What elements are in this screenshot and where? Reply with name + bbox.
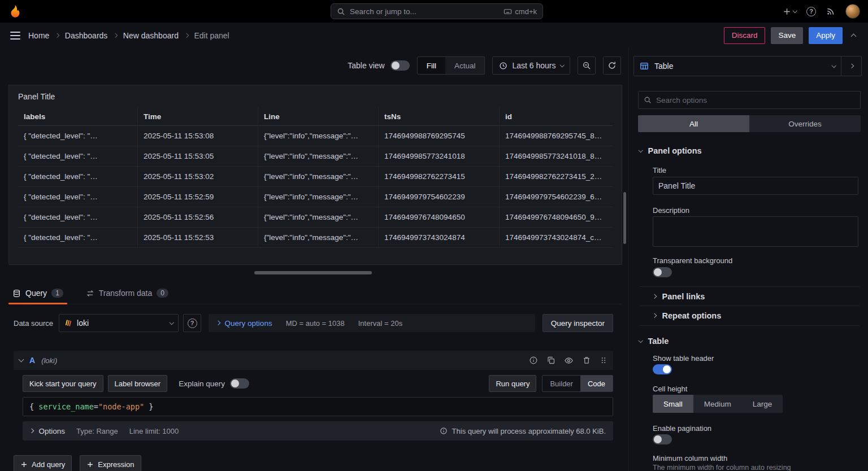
chevron-right-icon — [652, 313, 657, 318]
query-ref-id[interactable]: A — [29, 356, 35, 365]
apply-button[interactable]: Apply — [809, 27, 843, 44]
show-table-header-label: Show table header — [653, 354, 714, 363]
code-operator: = — [94, 402, 98, 411]
menu-icon[interactable] — [9, 29, 21, 42]
table-options-section[interactable]: Table — [639, 337, 669, 346]
filter-tab-overrides[interactable]: Overrides — [749, 115, 861, 132]
duplicate-icon[interactable] — [546, 356, 555, 365]
column-header[interactable]: id — [500, 107, 613, 126]
viz-name: Table — [654, 62, 827, 71]
horizontal-scrollbar[interactable] — [254, 271, 372, 274]
query-options-bar: Query options MD = auto = 1038 Interval … — [209, 314, 535, 332]
help-icon[interactable]: ? — [806, 7, 816, 16]
panel-title-input[interactable] — [653, 177, 858, 195]
panel-links-section[interactable]: Panel links — [640, 286, 860, 306]
explain-query-toggle[interactable]: Explain query — [179, 378, 249, 389]
column-header[interactable]: Time — [138, 107, 258, 126]
trash-icon[interactable] — [582, 356, 591, 365]
discard-button[interactable]: Discard — [724, 27, 766, 44]
avatar[interactable] — [845, 4, 860, 19]
code-string-token: "node-app" — [98, 402, 144, 411]
new-button[interactable] — [783, 7, 797, 16]
zoom-out-button[interactable] — [578, 56, 596, 75]
table-view-label: Table view — [348, 61, 384, 70]
cell-height-medium[interactable]: Medium — [693, 395, 742, 413]
column-header[interactable]: Line — [258, 107, 379, 126]
refresh-button[interactable] — [603, 56, 621, 75]
plus-icon — [783, 7, 791, 16]
query-options-toggle[interactable]: Query options — [216, 319, 272, 328]
transparent-background-switch[interactable] — [653, 267, 672, 277]
viz-suggestions-button[interactable] — [841, 56, 861, 76]
panel-edit-main: Table view Fill Actual Last 6 hours — [0, 48, 628, 471]
add-query-button[interactable]: Add query — [14, 455, 72, 471]
datasource-help-button[interactable]: ? — [183, 314, 201, 332]
builder-option[interactable]: Builder — [542, 376, 580, 391]
collapse-panel-icon[interactable] — [848, 28, 859, 43]
column-header[interactable]: labels — [18, 107, 138, 126]
interval: Interval = 20s — [358, 319, 402, 328]
label-browser-button[interactable]: Label browser — [108, 375, 168, 392]
column-header[interactable]: tsNs — [379, 107, 500, 126]
search-input[interactable]: Search or jump to... cmd+k — [331, 3, 543, 19]
save-button[interactable]: Save — [771, 27, 803, 44]
tab-query[interactable]: Query 1 — [8, 289, 67, 304]
cell-height-large[interactable]: Large — [742, 395, 783, 413]
title-label: Title — [653, 166, 666, 175]
breadcrumb-home[interactable]: Home — [28, 31, 49, 40]
expression-button[interactable]: Expression — [80, 455, 141, 471]
chevron-right-icon — [652, 294, 657, 299]
enable-pagination-switch[interactable] — [653, 434, 672, 444]
panel-title: Panel Title — [18, 92, 613, 101]
show-table-header-switch[interactable] — [653, 364, 672, 374]
clock-icon — [499, 62, 507, 70]
options-search-input[interactable] — [656, 96, 855, 104]
vertical-scrollbar[interactable] — [623, 192, 626, 244]
cell-height-label: Cell height — [653, 385, 687, 393]
viz-picker-button[interactable]: Table — [634, 56, 841, 76]
table-view-toggle[interactable]: Table view — [348, 60, 409, 71]
transform-icon — [86, 289, 94, 298]
query-toolbar-right: Run query Builder Code — [489, 375, 613, 392]
top-actions: ? — [783, 4, 861, 19]
kick-start-button[interactable]: Kick start your query — [23, 375, 103, 392]
tab-transform-data[interactable]: Transform data 0 — [82, 289, 172, 304]
query-row-header[interactable]: A (loki) — [14, 351, 613, 370]
grafana-logo-icon[interactable] — [8, 4, 23, 19]
tsns-cell: 1746949973743024874 — [379, 228, 500, 248]
options-filter-tabs: All Overrides — [638, 115, 861, 132]
code-label-token: service_name — [38, 402, 94, 411]
explain-query-switch[interactable] — [230, 378, 249, 389]
explain-query-label: Explain query — [179, 380, 225, 388]
table-view-switch[interactable] — [390, 60, 410, 71]
breadcrumb-new-dashboard[interactable]: New dashboard — [123, 31, 179, 40]
description-input[interactable] — [653, 216, 858, 247]
fill-option[interactable]: Fill — [418, 57, 445, 74]
eye-icon[interactable] — [564, 356, 574, 365]
query-inspector-button[interactable]: Query inspector — [542, 314, 613, 332]
tab-transform-label: Transform data — [99, 289, 152, 298]
query-code-input[interactable]: { service_name="node-app" } — [23, 397, 613, 416]
line-cell: {"level":"info","message":"… — [258, 167, 379, 187]
breadcrumb-dashboards[interactable]: Dashboards — [65, 31, 108, 40]
options-toggle[interactable]: Options — [30, 427, 65, 435]
description-label: Description — [653, 206, 689, 215]
id-cell: 1746949985773241018_8… — [500, 146, 613, 167]
cell-height-small[interactable]: Small — [653, 395, 693, 413]
tsns-cell: 1746949976748094650 — [379, 207, 500, 228]
filter-tab-all[interactable]: All — [638, 115, 749, 132]
repeat-options-section[interactable]: Repeat options — [640, 306, 860, 326]
drag-handle-icon[interactable] — [600, 356, 607, 364]
rss-icon[interactable] — [826, 7, 835, 16]
actual-option[interactable]: Actual — [445, 57, 485, 74]
run-query-button[interactable]: Run query — [489, 375, 536, 392]
code-option[interactable]: Code — [580, 376, 613, 391]
time-range-picker[interactable]: Last 6 hours — [492, 56, 570, 75]
options-search[interactable] — [638, 91, 861, 109]
chevron-down-icon — [169, 320, 173, 325]
plus-icon — [86, 461, 94, 468]
panel-options-section[interactable]: Panel options — [639, 146, 702, 155]
line-cell: {"level":"info","message":"… — [258, 228, 379, 248]
info-circle-icon[interactable] — [529, 356, 538, 365]
datasource-picker[interactable]: loki — [59, 314, 179, 332]
